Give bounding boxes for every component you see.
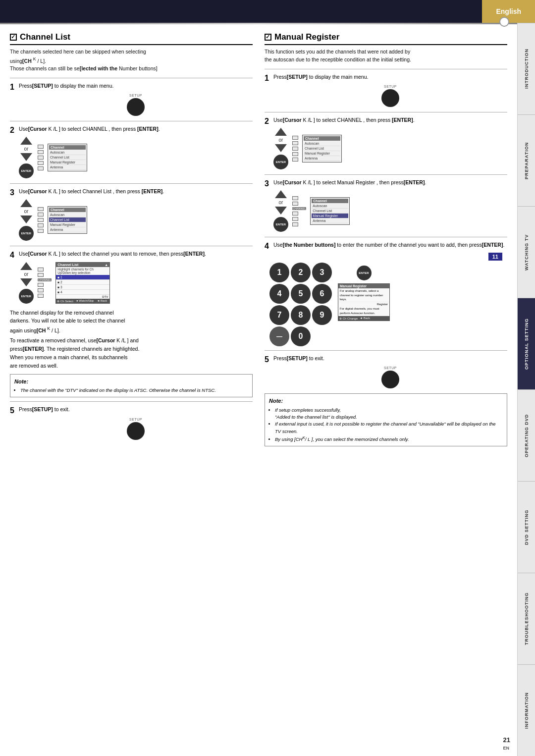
- mr-number-buttons: 1 2 3 4 5 6 7 8 9 — 0: [269, 263, 331, 345]
- num-btn-1[interactable]: 1: [269, 263, 289, 282]
- mr-step-5: 5 Press[SETUP] to exit. SETUP: [265, 355, 507, 388]
- cl-setup-button-visual: [127, 422, 145, 440]
- mr-note-item-3: By using [CHK/ L ], you can select the m…: [275, 435, 503, 443]
- mr-channel-badge: CHANNEL: [292, 207, 306, 210]
- num-btn-4[interactable]: 4: [269, 284, 289, 304]
- num-btn-dash[interactable]: —: [269, 326, 289, 346]
- cursor-down-btn-3: [20, 216, 32, 223]
- num-btn-0[interactable]: 0: [291, 326, 311, 346]
- num-btn-7[interactable]: 7: [269, 305, 289, 325]
- mr-note-title: Note:: [269, 397, 503, 405]
- sidebar-tab-dvd-setting[interactable]: DVD SETTING: [518, 481, 535, 573]
- mr-step-2: 2 Use[Cursor K /L ] to select CHANNEL , …: [265, 116, 507, 169]
- screen-row-autoscan: Autoscan: [49, 150, 86, 155]
- cl-row-4: ■ 4: [56, 290, 109, 295]
- setup-label: SETUP: [129, 94, 142, 97]
- remote-arrows-col-4: or ENTER: [19, 262, 34, 304]
- cl-row-1: ■ 1: [56, 275, 109, 280]
- sidebar-tab-information[interactable]: INFORMATION: [518, 664, 535, 756]
- mrsi-4: [292, 152, 298, 156]
- manual-register-intro: This function sets you add the channels …: [265, 48, 507, 64]
- cl-body-text-1: The channel display for the removed chan…: [10, 309, 253, 335]
- cursor-up-btn-3: [20, 199, 32, 207]
- sidebar-tab-optional-setting[interactable]: OPTIONAL SETTING: [518, 298, 535, 389]
- mr-enter-3: ENTER: [273, 217, 288, 232]
- mr-step1-num: 1: [265, 73, 271, 83]
- header-circle-decoration: [499, 17, 509, 27]
- mrsi3-4: [292, 217, 306, 221]
- cl-help-text: Highlight channels for ChUp/Down key sel…: [56, 267, 109, 275]
- cl-step3-manualreg: Manual Register: [49, 222, 86, 227]
- or-label: or: [24, 146, 29, 152]
- mr-checkbox-icon: [265, 34, 271, 41]
- mr-step3-diagram: or ENTER CHANNEL Channel Autoscan Channe…: [273, 190, 507, 232]
- mr-register-btn[interactable]: Register: [338, 302, 389, 306]
- num-btn-8[interactable]: 8: [291, 305, 311, 325]
- mr-divider-5: [265, 350, 507, 351]
- cl-step-2: 2 Use[Cursor K /L ] to select CHANNEL , …: [10, 125, 253, 178]
- num-btn-3[interactable]: 3: [312, 263, 332, 282]
- enter-btn-4: ENTER: [19, 289, 34, 304]
- side-icons: [38, 145, 44, 170]
- cl-title: Channel List ▲: [56, 263, 109, 267]
- cl-step4-diagram: or ENTER CHANNEL Channel List ▲: [19, 262, 253, 304]
- mr-setup-button-1: [381, 89, 399, 107]
- mr-footer: ⊕ Ch Change ◄ Back: [338, 316, 389, 321]
- mr-s4-title: Manual Register: [338, 284, 389, 288]
- mr-enter-2: ENTER: [273, 155, 288, 169]
- sidebar-tab-preparation[interactable]: PREPARATION: [518, 114, 535, 206]
- sii-4: [38, 288, 52, 292]
- mr-s4-analog: For analog channels, select achannel to …: [338, 288, 389, 302]
- sidebar-tab-operating-dvd[interactable]: OPERATING DVD: [518, 389, 535, 481]
- sii-5: [38, 294, 52, 298]
- mr-setup-label-1: SETUP: [384, 85, 397, 88]
- num-btn-2[interactable]: 2: [291, 263, 311, 282]
- right-sidebar: INTRODUCTION PREPARATION WATCHING TV OPT…: [517, 23, 535, 756]
- mr-note-item-1: If setup completes successfully,"Added t…: [275, 407, 503, 421]
- num-btn-9[interactable]: 9: [312, 305, 332, 325]
- mr-step3-text: Use[Cursor K /L ] to select Manual Regis…: [273, 179, 507, 187]
- side-icon-1: [38, 145, 44, 149]
- cl-note-box: Note: The channel with the "DTV" indicat…: [10, 374, 253, 398]
- mr-note-item-2: If external input is used, it is not pos…: [275, 421, 503, 435]
- cl-step2-diagram: or ENTER Channel Autoscan Channel List M…: [19, 137, 253, 178]
- num-btn-5[interactable]: 5: [291, 284, 311, 304]
- cl-step3-num: 3: [10, 188, 17, 197]
- num-btn-6[interactable]: 6: [312, 284, 332, 304]
- cl-step1-num: 1: [10, 82, 17, 92]
- sidebar-tab-troubleshooting[interactable]: TROUBLESHOOTING: [518, 573, 535, 664]
- mr-side-icons-3: CHANNEL: [292, 196, 306, 226]
- cl-step4-num: 4: [10, 250, 17, 260]
- mrsi-5: [292, 158, 298, 162]
- cl-step2-screen: Channel Autoscan Channel List Manual Reg…: [48, 144, 87, 171]
- mr-step4-screen: Manual Register For analog channels, sel…: [338, 283, 390, 321]
- mr-s3-antenna: Antenna: [312, 218, 348, 223]
- mr-s2-manualreg: Manual Register: [304, 151, 340, 156]
- mr-step5-diagram: SETUP: [273, 366, 507, 388]
- cursor-down-btn: [20, 153, 32, 161]
- channel-list-intro: The channels selected here can be skippe…: [10, 48, 253, 73]
- si-5: [38, 229, 44, 233]
- channel-badge-4: CHANNEL: [38, 278, 52, 281]
- cl-step-4: 4 Use[Cursor K /L ] to select the channe…: [10, 250, 253, 303]
- dtv-label: DTV: [56, 295, 109, 299]
- si-1: [38, 207, 44, 211]
- mr-divider-2: [265, 112, 507, 112]
- or-label-4: or: [24, 271, 29, 277]
- cl-step5-num: 5: [10, 406, 17, 415]
- mr-s2-channellist: Channel List: [304, 146, 340, 151]
- screen-title: Channel: [49, 145, 86, 150]
- cl-footer-watch: ● Watch/Skip: [76, 299, 94, 303]
- mr-remote-col-3: or ENTER: [273, 190, 288, 232]
- mr-setup-button-5: [381, 371, 399, 388]
- sidebar-tab-introduction[interactable]: INTRODUCTION: [518, 23, 535, 114]
- side-icons-4: CHANNEL: [38, 268, 52, 298]
- si-4: [38, 223, 44, 227]
- channel-list-title: Channel List: [10, 32, 253, 45]
- si-3: [38, 218, 44, 222]
- side-icon-2: [38, 150, 44, 154]
- mr-s3-title: Channel: [312, 199, 348, 203]
- sidebar-tab-watching-tv[interactable]: WATCHING TV: [518, 206, 535, 298]
- mr-s2-title: Channel: [304, 136, 340, 141]
- mr-setup-label-5: SETUP: [384, 366, 397, 370]
